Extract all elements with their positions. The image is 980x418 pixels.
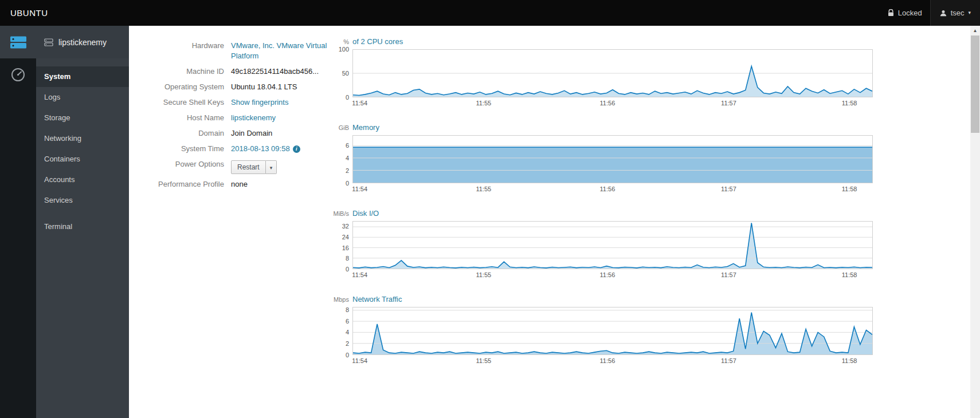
plot-area — [352, 135, 873, 183]
y-axis: 050100 — [331, 49, 352, 97]
info-row-ssh-keys: Secure Shell Keys Show fingerprints — [129, 97, 331, 108]
sidebar-item-networking[interactable]: Networking — [36, 128, 129, 149]
info-label: Operating System — [129, 82, 231, 92]
cpu-plot-svg — [353, 50, 872, 97]
y-tick-label: 2 — [346, 340, 349, 347]
y-tick-label: 6 — [346, 142, 349, 149]
plot-area — [352, 307, 873, 355]
host-server-icon — [44, 38, 53, 46]
sidebar-item-storage[interactable]: Storage — [36, 108, 129, 128]
info-label: Host Name — [129, 113, 231, 123]
x-axis: 11:5411:5511:5611:5711:58 — [352, 99, 873, 108]
x-tick-label: 11:57 — [721, 100, 736, 107]
y-tick-label: 8 — [346, 255, 349, 262]
x-tick-label: 11:54 — [352, 100, 367, 107]
user-label: tsec — [951, 9, 965, 17]
x-tick-label: 11:57 — [721, 271, 736, 278]
info-label: System Time — [129, 144, 231, 154]
chart-header: % of 2 CPU cores — [331, 37, 873, 46]
scrollbar-thumb[interactable] — [971, 36, 979, 133]
sidebar-item-containers[interactable]: Containers — [36, 149, 129, 169]
chart-header: MiB/s Disk I/O — [331, 209, 873, 218]
y-tick-label: 24 — [342, 234, 349, 240]
info-row-system-time: System Time 2018-08-13 09:58i — [129, 144, 331, 154]
hardware-link[interactable]: VMware, Inc. VMware Virtual Platform — [231, 41, 327, 60]
x-axis: 11:5411:5511:5611:5711:58 — [352, 185, 873, 194]
chart-header: Mbps Network Traffic — [331, 295, 873, 303]
x-axis: 11:5411:5511:5611:5711:58 — [352, 271, 873, 280]
host-name-link[interactable]: lipstickenemy — [231, 113, 276, 122]
info-icon[interactable]: i — [293, 145, 300, 153]
user-menu[interactable]: tsec ▾ — [930, 0, 980, 26]
x-axis: 11:5411:5511:5611:5711:58 — [352, 357, 873, 366]
info-row-host-name: Host Name lipstickenemy — [129, 113, 331, 123]
info-label: Domain — [129, 128, 231, 139]
y-tick-label: 4 — [346, 329, 349, 336]
x-tick-label: 11:56 — [600, 186, 616, 192]
memory-plot-svg — [353, 136, 872, 183]
scroll-up-icon[interactable]: ▲ — [970, 26, 980, 36]
chart-unit-label: % — [331, 38, 352, 45]
host-app-button[interactable] — [0, 26, 36, 58]
x-tick-label: 11:54 — [352, 357, 367, 364]
show-fingerprints-link[interactable]: Show fingerprints — [231, 98, 288, 107]
locked-label: Locked — [898, 9, 922, 17]
network-chart-title[interactable]: Network Traffic — [352, 295, 402, 303]
info-row-operating-system: Operating System Ubuntu 18.04.1 LTS — [129, 82, 331, 92]
chevron-down-icon: ▾ — [270, 165, 273, 171]
chart-unit-label: GiB — [331, 124, 352, 131]
disk-io-chart: MiB/s Disk I/O 08162432 11:5411:5511:561… — [331, 209, 873, 280]
locked-indicator[interactable]: Locked — [880, 0, 930, 26]
chart-unit-label: MiB/s — [331, 210, 352, 217]
machine-id-value: 49c1822514114bacb456... — [231, 67, 319, 76]
y-tick-label: 6 — [346, 318, 349, 325]
sidebar-nav: System Logs Storage Networking Container… — [36, 58, 129, 237]
system-time-link[interactable]: 2018-08-13 09:58 — [231, 144, 290, 153]
host-header[interactable]: lipstickenemy — [36, 26, 129, 58]
y-tick-label: 32 — [342, 223, 349, 230]
info-label: Secure Shell Keys — [129, 97, 231, 108]
topbar-right: Locked tsec ▾ — [880, 0, 980, 26]
info-row-machine-id: Machine ID 49c1822514114bacb456... — [129, 66, 331, 77]
power-options-group: Restart ▾ — [231, 160, 277, 174]
sidebar-item-system[interactable]: System — [36, 66, 129, 87]
chart-body: 050100 — [331, 49, 873, 97]
y-tick-label: 4 — [346, 155, 349, 161]
sidebar-item-services[interactable]: Services — [36, 190, 129, 211]
sidebar-item-logs[interactable]: Logs — [36, 87, 129, 108]
power-options-dropdown[interactable]: ▾ — [266, 160, 277, 174]
restart-button[interactable]: Restart — [231, 160, 266, 174]
info-row-performance-profile: Performance Profile none — [129, 179, 331, 190]
y-axis: 0246 — [331, 135, 352, 183]
x-tick-label: 11:58 — [842, 271, 857, 278]
disk-plot-svg — [353, 222, 872, 269]
y-tick-label: 0 — [346, 180, 349, 187]
y-tick-label: 2 — [346, 167, 349, 174]
x-tick-label: 11:56 — [600, 357, 616, 364]
info-label: Hardware — [129, 41, 231, 51]
app-icon-strip — [0, 26, 36, 418]
gauge-icon — [10, 67, 26, 82]
y-tick-label: 50 — [342, 70, 349, 77]
join-domain-link[interactable]: Join Domain — [231, 129, 272, 137]
cpu-chart-title[interactable]: of 2 CPU cores — [352, 37, 403, 46]
network-traffic-chart: Mbps Network Traffic 02468 11:5411:5511:… — [331, 295, 873, 366]
info-label: Power Options — [129, 159, 231, 169]
sidebar-item-terminal[interactable]: Terminal — [36, 216, 129, 237]
x-tick-label: 11:54 — [352, 186, 367, 192]
x-tick-label: 11:55 — [476, 100, 491, 107]
system-info-panel: Hardware VMware, Inc. VMware Virtual Pla… — [129, 26, 331, 418]
cpu-usage-chart: % of 2 CPU cores 050100 11:5411:5511:561… — [331, 37, 873, 108]
y-tick-label: 16 — [342, 245, 349, 251]
x-tick-label: 11:55 — [476, 186, 491, 192]
chart-body: 02468 — [331, 307, 873, 355]
x-tick-label: 11:57 — [721, 357, 736, 364]
main-content: Hardware VMware, Inc. VMware Virtual Pla… — [129, 26, 970, 418]
dashboard-app-button[interactable] — [0, 58, 36, 91]
chart-body: 08162432 — [331, 221, 873, 269]
memory-chart-title[interactable]: Memory — [352, 123, 379, 132]
info-label: Performance Profile — [129, 179, 231, 190]
sidebar-item-accounts[interactable]: Accounts — [36, 169, 129, 190]
disk-io-chart-title[interactable]: Disk I/O — [352, 209, 379, 218]
scrollbar[interactable]: ▲ — [970, 26, 980, 418]
